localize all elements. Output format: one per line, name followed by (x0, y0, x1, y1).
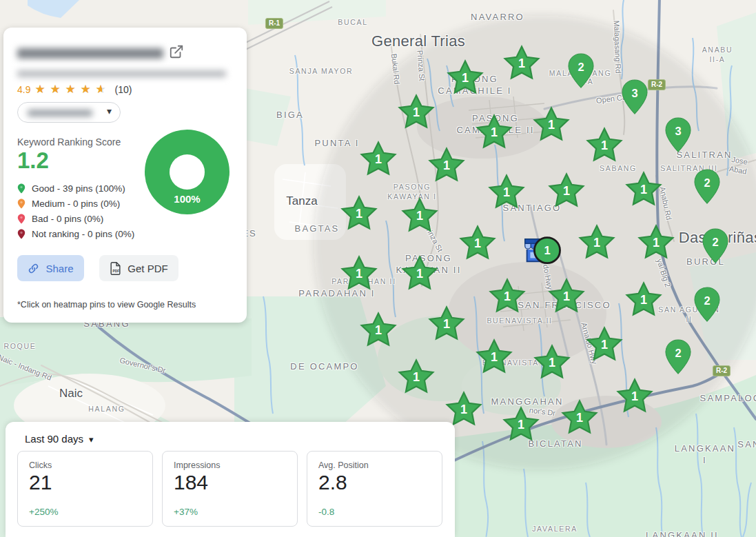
heatmap-pin-star-rank-1[interactable]: 1 (401, 254, 438, 292)
heatmap-pin-star-rank-1[interactable]: 1 (447, 59, 484, 96)
svg-text:1: 1 (416, 267, 423, 281)
heatmap-pin-star-rank-1[interactable]: 1 (360, 311, 397, 348)
svg-text:1: 1 (503, 185, 510, 199)
heatmap-pin-star-rank-1[interactable]: 1 (637, 223, 675, 261)
heatmap-pin-pin-rank-2[interactable]: 2 (693, 169, 722, 205)
heatmap-pin-pin-rank-3[interactable]: 3 (664, 117, 693, 153)
heatmap-pin-star-rank-1[interactable]: 1 (578, 223, 615, 261)
svg-text:2: 2 (675, 347, 681, 359)
rating-star-icon: ★★ (95, 83, 108, 96)
star-pin-icon: 1 (533, 343, 571, 381)
heatmap-pin-pin-rank-3[interactable]: 3 (620, 79, 649, 115)
heatmap-pin-star-rank-1[interactable]: 1 (503, 44, 540, 81)
score-value: 1.2 (17, 148, 49, 174)
heatmap-pin-star-rank-1[interactable]: 1 (625, 281, 662, 318)
map-pin-icon (17, 229, 25, 239)
rating-row: 4.9 ★★★★★★★★★★ (10) (17, 83, 132, 97)
svg-text:1: 1 (640, 183, 647, 196)
heatmap-pin-pin-rank-2[interactable]: 2 (566, 53, 595, 89)
period-dropdown[interactable]: Last 90 days▾ (25, 433, 94, 445)
heatmap-pin-star-rank-1[interactable]: 1 (476, 338, 513, 375)
actions-row: Share PDF Get PDF (17, 255, 178, 281)
heatmap-pin-star-rank-1[interactable]: 1 (561, 398, 598, 436)
heatmap-pin-star-rank-1[interactable]: 1 (548, 172, 585, 209)
rating-star-icon: ★★ (50, 83, 62, 96)
svg-text:1: 1 (375, 323, 382, 337)
star-pin-icon: 1 (548, 277, 585, 314)
business-report-card: 4.9 ★★★★★★★★★★ (10) ▾ Keyword Ranking Sc… (3, 28, 247, 323)
keyword-dropdown[interactable]: ▾ (17, 102, 121, 123)
svg-text:1: 1 (443, 159, 450, 172)
legend-item-label: Not ranking - 0 pins (0%) (32, 229, 134, 239)
heatmap-pin-star-rank-1[interactable]: 1 (360, 140, 397, 177)
star-pin-icon: 1 (625, 281, 662, 318)
map-pin-icon (17, 199, 25, 209)
stat-delta: +250% (29, 507, 58, 517)
svg-text:1: 1 (576, 411, 583, 425)
heatmap-pin-star-rank-1[interactable]: 1 (586, 126, 623, 163)
heatmap-pin-star-rank-1[interactable]: 1 (625, 170, 662, 207)
svg-text:1: 1 (549, 356, 555, 369)
svg-text:PDF: PDF (113, 270, 120, 273)
heatmap-pin-pin-rank-2[interactable]: 2 (701, 228, 730, 264)
get-pdf-button[interactable]: PDF Get PDF (99, 255, 178, 281)
stat-box-clicks: Clicks 21 +250% (17, 451, 153, 527)
teardrop-pin-icon: 2 (701, 228, 730, 264)
stat-delta: -0.8 (318, 507, 334, 517)
heatmap-pin-star-rank-1[interactable]: 1 (459, 224, 496, 261)
chevron-down-icon: ▾ (89, 434, 94, 445)
svg-text:1: 1 (416, 209, 423, 223)
heatmap-pin-star-rank-1[interactable]: 1 (428, 146, 465, 183)
star-pin-icon: 1 (637, 223, 675, 261)
svg-text:1: 1 (548, 118, 555, 132)
ranking-donut-chart: 100% (145, 130, 229, 214)
teardrop-pin-icon: 2 (693, 287, 722, 323)
teardrop-pin-icon: 2 (664, 339, 693, 375)
donut-percentage-label: 100% (174, 193, 200, 205)
heatmap-pin-star-rank-1[interactable]: 1 (398, 93, 435, 130)
star-pin-icon: 1 (428, 146, 465, 183)
star-pin-icon: 1 (360, 140, 397, 177)
local-rank-heatmap-app: { "business_card": { "rating_value": "4.… (0, 0, 756, 537)
heatmap-pin-star-rank-1[interactable]: 1 (488, 173, 525, 210)
heatmap-pin-star-rank-1[interactable]: 1 (340, 194, 378, 232)
star-pin-icon: 1 (401, 196, 438, 234)
heatmap-pin-star-rank-1[interactable]: 1 (489, 277, 526, 314)
heatmap-pin-star-rank-1[interactable]: 1 (401, 196, 438, 234)
star-pin-icon: 1 (401, 254, 438, 292)
external-link-icon[interactable] (169, 44, 184, 59)
heatmap-pin-star-rank-1[interactable]: 1 (340, 254, 378, 292)
svg-text:1: 1 (563, 290, 570, 303)
heatmap-pin-star-rank-1[interactable]: 1 (428, 305, 465, 342)
stat-box-impressions: Impressions 184 +37% (162, 451, 298, 527)
svg-text:1: 1 (413, 105, 420, 119)
star-pin-icon: 1 (445, 390, 482, 427)
heatmap-pin-pin-rank-2[interactable]: 2 (664, 339, 693, 375)
map-pin-icon (17, 214, 25, 224)
heatmap-pin-star-rank-1[interactable]: 1 (533, 105, 570, 143)
rating-star-icon: ★★ (80, 83, 92, 96)
heatmap-pin-star-rank-1[interactable]: 1 (616, 377, 653, 414)
heatmap-pin-star-rank-1[interactable]: 1 (398, 358, 435, 395)
heatmap-pin-star-rank-1[interactable]: 1 (548, 277, 585, 314)
heatmap-pin-star-rank-1[interactable]: 1 (445, 390, 482, 427)
heatmap-pin-star-rank-1[interactable]: 1 (476, 113, 513, 150)
heatmap-pin-star-rank-1[interactable]: 1 (586, 325, 623, 363)
rating-star-icon: ★★ (34, 83, 47, 96)
share-button[interactable]: Share (17, 255, 84, 281)
svg-text:1: 1 (518, 57, 525, 70)
teardrop-pin-icon: 3 (620, 79, 649, 115)
rating-star-icon: ★★ (65, 83, 77, 96)
heatmap-pin-circle-rank-1[interactable]: 1 (533, 236, 562, 265)
stat-delta: +37% (174, 507, 198, 517)
keyword-dropdown-value-redacted (28, 110, 92, 116)
stat-label: Avg. Position (318, 460, 369, 470)
heatmap-pin-star-rank-1[interactable]: 1 (502, 405, 540, 443)
stat-value: 2.8 (318, 471, 347, 494)
svg-text:2: 2 (704, 294, 710, 307)
heatmap-pin-star-rank-1[interactable]: 1 (533, 343, 571, 381)
business-address-redacted (17, 70, 226, 77)
heatmap-pin-pin-rank-2[interactable]: 2 (693, 287, 722, 323)
heatmap-footnote: *Click on heatmap pins to view Google Re… (17, 300, 196, 310)
svg-text:1: 1 (460, 403, 467, 416)
